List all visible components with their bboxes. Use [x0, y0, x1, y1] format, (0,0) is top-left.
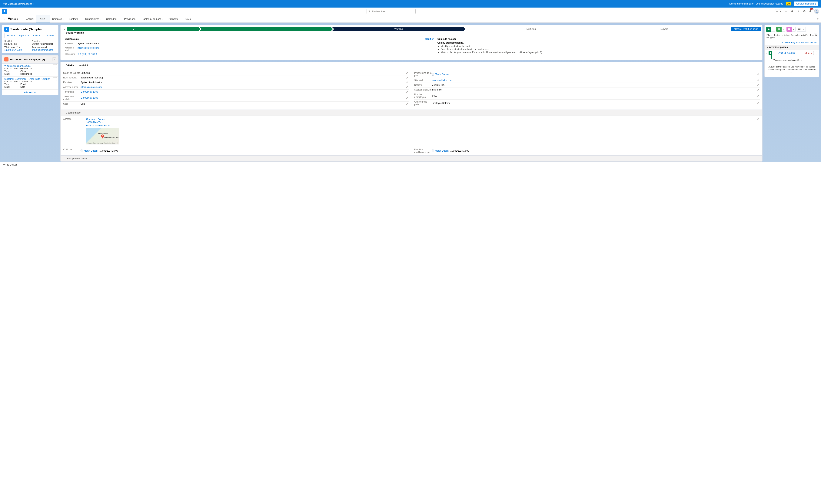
campaign-item-name[interactable]: Widgets Webinar (Sample) [4, 65, 56, 67]
nav-tab-rapports[interactable]: Rapports ⌄ [166, 15, 182, 22]
new-event-dropdown[interactable]: ▾ [792, 27, 796, 32]
detail-row: Téléphone mobile1 (800) 667-6389 [63, 94, 408, 102]
refresh-link[interactable]: Actualiser [782, 41, 791, 44]
detail-value[interactable]: Martin Dupont [432, 73, 760, 76]
nav-tab-pistes[interactable]: Pistes ⌄ [36, 15, 50, 22]
task-menu-dropdown[interactable]: ▾ [813, 51, 817, 55]
campaign-item-menu[interactable]: ▾ [53, 77, 57, 81]
path-step[interactable] [67, 27, 200, 31]
global-search[interactable]: Recherchez... [366, 9, 416, 14]
favorites-dropdown[interactable]: ▾ [779, 9, 782, 13]
new-event-icon[interactable] [786, 27, 792, 32]
setup-gear-icon[interactable] [802, 9, 806, 13]
nav-tab-contacts[interactable]: Contacts ⌄ [66, 15, 83, 22]
modifier-button[interactable]: Modifier [5, 33, 17, 38]
new-task-dropdown[interactable]: ▾ [782, 27, 785, 32]
path-step[interactable]: Converti [597, 27, 730, 31]
tab-details[interactable]: Détails [63, 62, 77, 69]
edit-pencil-icon[interactable] [757, 79, 760, 82]
send-email-dropdown[interactable]: ▾ [802, 27, 806, 32]
buy-now-button[interactable]: Acheter maintenant [794, 2, 818, 6]
edit-pencil-icon[interactable] [406, 86, 408, 89]
edit-nav-icon[interactable] [816, 17, 819, 21]
lead-name: Sarah Loehr (Sample) [10, 28, 41, 31]
tab-activity[interactable]: Activité [77, 62, 91, 69]
key-field-value[interactable]: ↖︎ 1 (800) 667-6389 [78, 53, 97, 55]
edit-pencil-icon[interactable] [406, 76, 408, 79]
detail-value[interactable]: 1 (800) 667-6389 [81, 97, 408, 99]
global-create-icon[interactable] [784, 9, 788, 13]
nav-tab-prévisions[interactable]: Prévisions ⌄ [122, 15, 140, 22]
log-call-dropdown[interactable]: ▾ [771, 27, 775, 32]
help-question-icon[interactable]: ? [796, 9, 800, 13]
nav-tab-comptes[interactable]: Comptes ⌄ [50, 15, 66, 22]
edit-pencil-icon[interactable] [757, 84, 760, 87]
notifications-bell-icon[interactable]: 10 [808, 9, 812, 13]
nav-tab-accueil[interactable]: Accueil [24, 15, 36, 22]
cloner-button[interactable]: Cloner [30, 33, 43, 38]
edit-pencil-icon[interactable] [406, 81, 408, 84]
favorites-star-icon[interactable]: ★ [775, 9, 779, 13]
edit-pencil-icon[interactable] [757, 102, 760, 105]
hl-phone-value[interactable]: 1 (800) 667-6389 [4, 49, 29, 51]
leave-comment-link[interactable]: Laisser un commentaire [729, 2, 753, 5]
task-checkbox[interactable] [774, 52, 776, 54]
edit-pencil-icon[interactable] [406, 71, 408, 74]
address-map[interactable]: WEST VILLAGE GREENWICH VILLAGE Hudson Ri… [86, 128, 119, 144]
campaign-item-name[interactable]: Customer Conference - Email Invite (Samp… [4, 78, 56, 80]
task-subject[interactable]: Sync Up (Sample) [778, 52, 803, 54]
path-step[interactable]: Nurturing [464, 27, 598, 31]
edit-pencil-icon[interactable] [757, 73, 760, 76]
upcoming-section-header[interactable]: ⌄À venir et passés [765, 45, 819, 50]
app-logo-icon[interactable] [2, 9, 7, 14]
nav-tab-devis[interactable]: Devis ⌄ [182, 15, 195, 22]
hl-phone-label[interactable]: Téléphone (2) ▾ [4, 46, 29, 49]
path-collapse-toggle[interactable]: ⌄ [62, 27, 66, 31]
edit-pencil-icon[interactable] [406, 102, 408, 105]
banner-tour[interactable]: Vos visites recommandées ▼ [3, 2, 729, 5]
filter-settings-gear-icon[interactable] [814, 34, 817, 37]
nav-tab-opportunités[interactable]: Opportunités ⌄ [83, 15, 104, 22]
detail-value[interactable]: 1 (800) 667-6389 [81, 91, 408, 93]
campaign-view-all[interactable]: Afficher tout [2, 90, 58, 95]
send-email-icon[interactable] [797, 27, 802, 32]
mark-status-button[interactable]: Marquer Statut en cours [731, 27, 761, 31]
owner-user-link[interactable]: Martin Dupont [432, 73, 760, 76]
campaign-field-label: Date de début : [4, 67, 20, 70]
convertir-button[interactable]: Convertir [43, 33, 56, 38]
created-by-user[interactable]: Martin Dupont [81, 150, 98, 152]
edit-pencil-icon[interactable] [406, 90, 408, 93]
salesforce-help-icon[interactable] [790, 9, 794, 13]
edit-pencil-icon[interactable] [757, 94, 760, 97]
user-avatar[interactable] [814, 9, 819, 14]
supprimer-button[interactable]: Supprimer [17, 33, 30, 38]
todo-list-icon[interactable] [3, 163, 6, 166]
edit-pencil-icon[interactable] [757, 118, 760, 121]
new-task-icon[interactable] [776, 27, 782, 32]
edit-pencil-icon[interactable] [757, 88, 760, 91]
edit-pencil-icon[interactable] [406, 96, 408, 99]
hl-email-value[interactable]: info@salesforce.com [32, 49, 56, 51]
key-field-value[interactable]: info@salesforce.com [78, 47, 99, 51]
detail-value[interactable]: info@salesforce.com [81, 86, 408, 88]
campaign-item-menu[interactable]: ▾ [53, 64, 57, 68]
section-custom-links[interactable]: ⌄Liens personnalisés [61, 155, 762, 162]
view-all-link[interactable]: Afficher tout [806, 41, 817, 44]
campaign-menu-dropdown[interactable]: ▾ [52, 58, 56, 61]
nav-tab-calendrier[interactable]: Calendrier ⌄ [104, 15, 122, 22]
key-fields-edit[interactable]: Modifier [425, 38, 434, 40]
todo-list-label[interactable]: To Do List [7, 163, 17, 166]
page-body: Sarah Loehr (Sample) ModifierSupprimerCl… [0, 23, 821, 162]
address-value[interactable]: One Jones Avenue10010 New YorkNew York U… [86, 118, 760, 127]
modified-by-user[interactable]: Martin Dupont [432, 150, 449, 152]
log-call-icon[interactable] [766, 27, 771, 32]
activity-filters[interactable]: Filtres : Toutes les dates • Toutes les … [765, 33, 819, 40]
expand-all-link[interactable]: Agrandir tout [792, 41, 804, 44]
path-step[interactable]: Working [332, 27, 466, 31]
nav-tab-tableaux de bord[interactable]: Tableaux de bord ⌄ [140, 15, 166, 22]
section-address[interactable]: ⌄Coordonnées [61, 110, 762, 116]
path-step[interactable] [199, 27, 333, 31]
task-expand-chevron[interactable]: › [767, 52, 767, 54]
detail-value[interactable]: www.medlifeinc.com [432, 79, 760, 82]
app-launcher-icon[interactable] [2, 17, 6, 21]
